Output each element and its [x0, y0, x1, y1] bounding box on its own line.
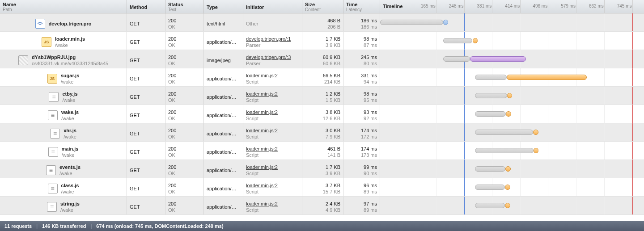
name-cell[interactable]: sugar.js/wake [0, 68, 127, 86]
timing-bar-latency[interactable] [443, 38, 473, 43]
initiator-cell: loader.min.js:2Script [243, 68, 302, 86]
initiator-link[interactable]: loader.min.js:2 [246, 72, 299, 79]
timing-bar-download[interactable] [507, 93, 513, 98]
table-row[interactable]: loader.min.js/wakeGET200OKapplication/…d… [0, 32, 644, 50]
timing-bar-latency[interactable] [475, 185, 505, 190]
timing-bar-download[interactable] [443, 20, 449, 25]
table-row[interactable]: develop.trigen.proGET200OKtext/htmlOther… [0, 13, 644, 32]
onload-marker [632, 50, 633, 68]
time-cell: 186 ms186 ms [343, 13, 380, 31]
name-cell[interactable]: class.js/wake [0, 178, 127, 196]
method-cell: GET [127, 123, 165, 141]
txt-file-icon [47, 202, 57, 212]
col-size-header[interactable]: Size Content [302, 0, 343, 13]
request-name: dYsb1WppRJU.jpg [32, 54, 108, 60]
summary-transferred: 146 KB transferred [42, 223, 86, 229]
onload-marker [632, 142, 633, 160]
timing-bar-download[interactable] [505, 185, 510, 190]
initiator-link[interactable]: loader.min.js:2 [246, 201, 299, 207]
domcontentloaded-marker [464, 68, 465, 86]
col-type-header[interactable]: Type [204, 0, 243, 13]
timing-bar-download[interactable] [470, 56, 526, 62]
table-row[interactable]: string.js/wakeGET200OKapplication/…loade… [0, 197, 644, 215]
time-cell: 331 ms94 ms [343, 68, 380, 86]
timing-bar-download[interactable] [505, 203, 510, 208]
name-cell[interactable]: events.js/wake [0, 160, 127, 178]
initiator-link[interactable]: develop.trigen.pro/:3 [246, 54, 299, 60]
method-cell: GET [127, 105, 165, 123]
timing-bar-latency[interactable] [475, 75, 507, 80]
timing-bar-latency[interactable] [475, 111, 506, 117]
name-cell[interactable]: develop.trigen.pro [0, 13, 127, 31]
initiator-link[interactable]: loader.min.js:2 [246, 91, 299, 97]
timing-bar-latency[interactable] [475, 130, 533, 135]
table-row[interactable]: class.js/wakeGET200OKapplication/…loader… [0, 178, 644, 197]
table-row[interactable]: events.js/wakeGET200OKapplication/…loade… [0, 160, 644, 178]
col-initiator-header[interactable]: Initiator [243, 0, 302, 13]
table-row[interactable]: xhr.js/wakeGET200OKapplication/…loader.m… [0, 123, 644, 142]
name-cell[interactable]: loader.min.js/wake [0, 32, 127, 50]
name-cell[interactable]: wake.js/wake [0, 105, 127, 123]
size-cell: 60.9 KB60.6 KB [302, 50, 343, 68]
timing-bar-download[interactable] [506, 111, 511, 117]
timing-bar-latency[interactable] [475, 203, 505, 208]
col-time-header[interactable]: Time Latency [343, 0, 380, 13]
col-name-header[interactable]: Name Path [0, 0, 127, 13]
initiator-cell: loader.min.js:2Script [243, 178, 302, 196]
timing-bar-latency[interactable] [475, 93, 507, 98]
size-cell: 2.4 KB4.9 KB [302, 197, 343, 214]
type-cell: application/… [204, 160, 243, 178]
timing-bar-download[interactable] [505, 166, 511, 172]
request-path: /wake [60, 207, 80, 213]
name-cell[interactable]: dYsb1WppRJU.jpgcs403331.vk.me/v403331245… [0, 50, 127, 68]
status-cell: 200OK [165, 13, 204, 31]
timeline-cell [380, 32, 644, 50]
separator-icon: | [34, 223, 40, 229]
status-cell: 200OK [165, 160, 204, 178]
initiator-link[interactable]: loader.min.js:2 [246, 146, 299, 152]
timing-bar-latency[interactable] [475, 166, 505, 172]
col-method-header[interactable]: Method [127, 0, 165, 13]
timing-bar-download[interactable] [534, 148, 539, 153]
initiator-link[interactable]: loader.min.js:2 [246, 127, 299, 134]
timing-bar-download[interactable] [533, 130, 538, 135]
summary-timing: 674 ms (onload: 745 ms, DOMContentLoaded… [96, 223, 223, 229]
timing-bar-download[interactable] [507, 75, 587, 80]
timing-bar-latency[interactable] [380, 20, 443, 25]
timing-bar-latency[interactable] [475, 148, 534, 153]
method-cell: GET [127, 13, 165, 31]
name-cell[interactable]: string.js/wake [0, 197, 127, 214]
type-cell: application/… [204, 142, 243, 160]
col-timeline-header[interactable]: Timeline 165 ms248 ms331 ms414 ms496 ms5… [380, 0, 644, 13]
size-cell: 461 B141 B [302, 142, 343, 160]
timeline-cell [380, 105, 644, 123]
domcontentloaded-marker [464, 87, 465, 105]
timing-bar-latency[interactable] [443, 56, 470, 62]
method-cell: GET [127, 178, 165, 196]
name-cell[interactable]: ctby.js/wake [0, 87, 127, 105]
timing-bar-download[interactable] [473, 38, 478, 43]
col-status-header[interactable]: Status Text [165, 0, 204, 13]
initiator-link[interactable]: loader.min.js:2 [246, 182, 299, 189]
column-headers: Name Path Method Status Text Type Initia… [0, 0, 644, 13]
table-row[interactable]: wake.js/wakeGET200OKapplication/…loader.… [0, 105, 644, 123]
domcontentloaded-marker [464, 105, 465, 123]
initiator-link[interactable]: loader.min.js:2 [246, 109, 299, 115]
initiator-link[interactable]: loader.min.js:2 [246, 164, 299, 170]
table-row[interactable]: ctby.js/wakeGET200OKapplication/…loader.… [0, 87, 644, 105]
initiator-link[interactable]: develop.trigen.pro/:1 [246, 36, 299, 42]
domcontentloaded-marker [464, 13, 465, 31]
name-cell[interactable]: main.js/wake [0, 142, 127, 160]
request-name: ctby.js [62, 91, 77, 97]
table-row[interactable]: sugar.js/wakeGET200OKapplication/…loader… [0, 68, 644, 87]
table-row[interactable]: main.js/wakeGET200OKapplication/…loader.… [0, 142, 644, 160]
status-cell: 200OK [165, 32, 204, 50]
size-cell: 1.7 KB3.9 KB [302, 160, 343, 178]
table-row[interactable]: dYsb1WppRJU.jpgcs403331.vk.me/v403331245… [0, 50, 644, 68]
request-name: events.js [59, 164, 80, 170]
name-cell[interactable]: xhr.js/wake [0, 123, 127, 141]
request-path: /wake [64, 134, 76, 140]
method-cell: GET [127, 160, 165, 178]
onload-marker [632, 13, 633, 31]
request-name: class.js [61, 182, 79, 189]
